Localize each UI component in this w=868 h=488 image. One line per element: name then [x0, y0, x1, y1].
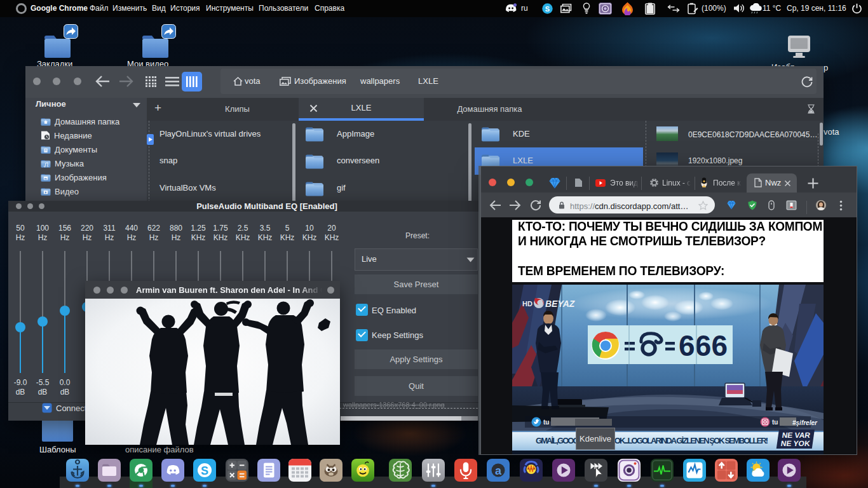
svg-text:S: S	[201, 464, 208, 477]
svg-text:a: a	[495, 464, 502, 477]
svg-text:666: 666	[679, 329, 728, 362]
svg-text:NE VAR: NE VAR	[782, 431, 811, 440]
svg-text:tu: tu	[772, 419, 778, 426]
svg-text:S: S	[545, 5, 550, 13]
svg-text:HD: HD	[522, 300, 532, 308]
svg-text:tu: tu	[543, 419, 549, 426]
svg-text:BEYAZ: BEYAZ	[545, 299, 575, 309]
svg-text:GMAİL,GOOGLE,FACEBOOK...LOGOLA: GMAİL,GOOGLE,FACEBOOK...LOGOLARINDA GİZL…	[536, 436, 768, 445]
svg-text:NE YOK: NE YOK	[780, 439, 811, 448]
svg-text:#şifreler: #şifreler	[792, 419, 818, 426]
